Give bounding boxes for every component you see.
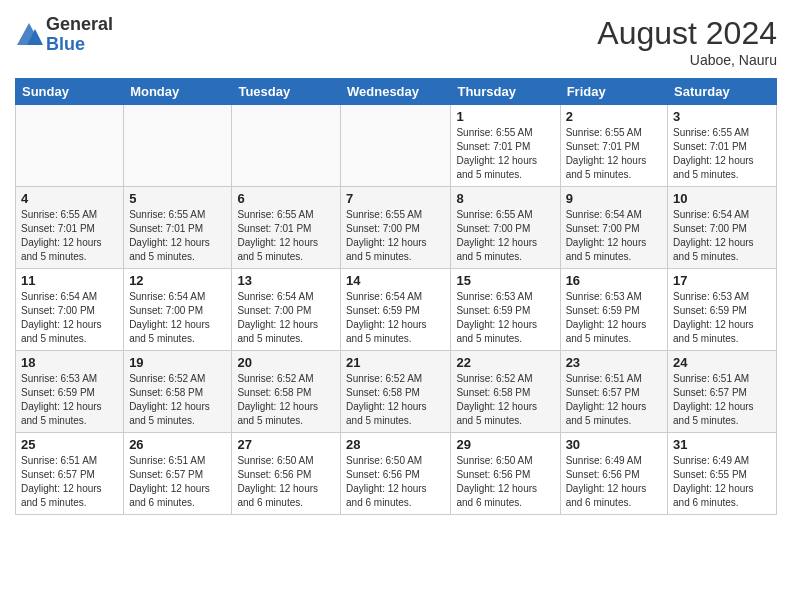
calendar-header-row: SundayMondayTuesdayWednesdayThursdayFrid…: [16, 79, 777, 105]
day-number: 17: [673, 273, 771, 288]
calendar-cell: 7Sunrise: 6:55 AM Sunset: 7:00 PM Daylig…: [341, 187, 451, 269]
calendar-cell: 26Sunrise: 6:51 AM Sunset: 6:57 PM Dayli…: [124, 433, 232, 515]
logo-general: General: [46, 15, 113, 35]
day-info: Sunrise: 6:55 AM Sunset: 7:00 PM Dayligh…: [346, 208, 445, 264]
day-number: 18: [21, 355, 118, 370]
day-info: Sunrise: 6:53 AM Sunset: 6:59 PM Dayligh…: [456, 290, 554, 346]
day-number: 22: [456, 355, 554, 370]
day-info: Sunrise: 6:49 AM Sunset: 6:56 PM Dayligh…: [566, 454, 662, 510]
calendar-cell: 24Sunrise: 6:51 AM Sunset: 6:57 PM Dayli…: [668, 351, 777, 433]
col-header-saturday: Saturday: [668, 79, 777, 105]
calendar-cell: 28Sunrise: 6:50 AM Sunset: 6:56 PM Dayli…: [341, 433, 451, 515]
day-info: Sunrise: 6:51 AM Sunset: 6:57 PM Dayligh…: [21, 454, 118, 510]
page-header: General Blue August 2024 Uaboe, Nauru: [15, 15, 777, 68]
calendar-cell: 10Sunrise: 6:54 AM Sunset: 7:00 PM Dayli…: [668, 187, 777, 269]
day-number: 24: [673, 355, 771, 370]
logo-text: General Blue: [46, 15, 113, 55]
calendar-week-row: 25Sunrise: 6:51 AM Sunset: 6:57 PM Dayli…: [16, 433, 777, 515]
calendar-cell: 4Sunrise: 6:55 AM Sunset: 7:01 PM Daylig…: [16, 187, 124, 269]
calendar-cell: 13Sunrise: 6:54 AM Sunset: 7:00 PM Dayli…: [232, 269, 341, 351]
logo-icon: [15, 21, 43, 49]
col-header-tuesday: Tuesday: [232, 79, 341, 105]
col-header-friday: Friday: [560, 79, 667, 105]
day-info: Sunrise: 6:54 AM Sunset: 6:59 PM Dayligh…: [346, 290, 445, 346]
calendar-cell: 19Sunrise: 6:52 AM Sunset: 6:58 PM Dayli…: [124, 351, 232, 433]
day-number: 4: [21, 191, 118, 206]
day-info: Sunrise: 6:55 AM Sunset: 7:01 PM Dayligh…: [456, 126, 554, 182]
col-header-thursday: Thursday: [451, 79, 560, 105]
day-number: 21: [346, 355, 445, 370]
logo-blue: Blue: [46, 35, 113, 55]
calendar-cell: 23Sunrise: 6:51 AM Sunset: 6:57 PM Dayli…: [560, 351, 667, 433]
day-info: Sunrise: 6:51 AM Sunset: 6:57 PM Dayligh…: [673, 372, 771, 428]
day-info: Sunrise: 6:50 AM Sunset: 6:56 PM Dayligh…: [346, 454, 445, 510]
day-info: Sunrise: 6:55 AM Sunset: 7:01 PM Dayligh…: [237, 208, 335, 264]
day-number: 28: [346, 437, 445, 452]
day-number: 2: [566, 109, 662, 124]
day-info: Sunrise: 6:52 AM Sunset: 6:58 PM Dayligh…: [456, 372, 554, 428]
calendar-cell: [232, 105, 341, 187]
day-number: 8: [456, 191, 554, 206]
col-header-sunday: Sunday: [16, 79, 124, 105]
calendar-cell: 30Sunrise: 6:49 AM Sunset: 6:56 PM Dayli…: [560, 433, 667, 515]
calendar-cell: 31Sunrise: 6:49 AM Sunset: 6:55 PM Dayli…: [668, 433, 777, 515]
col-header-monday: Monday: [124, 79, 232, 105]
calendar-cell: 16Sunrise: 6:53 AM Sunset: 6:59 PM Dayli…: [560, 269, 667, 351]
calendar-cell: 18Sunrise: 6:53 AM Sunset: 6:59 PM Dayli…: [16, 351, 124, 433]
day-number: 3: [673, 109, 771, 124]
calendar-cell: 3Sunrise: 6:55 AM Sunset: 7:01 PM Daylig…: [668, 105, 777, 187]
calendar-cell: 5Sunrise: 6:55 AM Sunset: 7:01 PM Daylig…: [124, 187, 232, 269]
day-number: 29: [456, 437, 554, 452]
day-number: 31: [673, 437, 771, 452]
day-info: Sunrise: 6:52 AM Sunset: 6:58 PM Dayligh…: [346, 372, 445, 428]
day-info: Sunrise: 6:51 AM Sunset: 6:57 PM Dayligh…: [129, 454, 226, 510]
day-info: Sunrise: 6:55 AM Sunset: 7:01 PM Dayligh…: [21, 208, 118, 264]
calendar-cell: [124, 105, 232, 187]
calendar-cell: 6Sunrise: 6:55 AM Sunset: 7:01 PM Daylig…: [232, 187, 341, 269]
calendar-week-row: 18Sunrise: 6:53 AM Sunset: 6:59 PM Dayli…: [16, 351, 777, 433]
day-number: 14: [346, 273, 445, 288]
day-number: 25: [21, 437, 118, 452]
day-info: Sunrise: 6:52 AM Sunset: 6:58 PM Dayligh…: [129, 372, 226, 428]
day-number: 20: [237, 355, 335, 370]
calendar-cell: 1Sunrise: 6:55 AM Sunset: 7:01 PM Daylig…: [451, 105, 560, 187]
day-number: 9: [566, 191, 662, 206]
logo: General Blue: [15, 15, 113, 55]
day-info: Sunrise: 6:50 AM Sunset: 6:56 PM Dayligh…: [237, 454, 335, 510]
day-number: 7: [346, 191, 445, 206]
title-block: August 2024 Uaboe, Nauru: [597, 15, 777, 68]
calendar-cell: 21Sunrise: 6:52 AM Sunset: 6:58 PM Dayli…: [341, 351, 451, 433]
calendar-week-row: 4Sunrise: 6:55 AM Sunset: 7:01 PM Daylig…: [16, 187, 777, 269]
day-info: Sunrise: 6:54 AM Sunset: 7:00 PM Dayligh…: [566, 208, 662, 264]
calendar-cell: 27Sunrise: 6:50 AM Sunset: 6:56 PM Dayli…: [232, 433, 341, 515]
day-info: Sunrise: 6:49 AM Sunset: 6:55 PM Dayligh…: [673, 454, 771, 510]
calendar-cell: 20Sunrise: 6:52 AM Sunset: 6:58 PM Dayli…: [232, 351, 341, 433]
calendar-week-row: 1Sunrise: 6:55 AM Sunset: 7:01 PM Daylig…: [16, 105, 777, 187]
day-info: Sunrise: 6:54 AM Sunset: 7:00 PM Dayligh…: [21, 290, 118, 346]
calendar-cell: 15Sunrise: 6:53 AM Sunset: 6:59 PM Dayli…: [451, 269, 560, 351]
day-info: Sunrise: 6:53 AM Sunset: 6:59 PM Dayligh…: [673, 290, 771, 346]
day-info: Sunrise: 6:50 AM Sunset: 6:56 PM Dayligh…: [456, 454, 554, 510]
calendar-cell: 9Sunrise: 6:54 AM Sunset: 7:00 PM Daylig…: [560, 187, 667, 269]
calendar-table: SundayMondayTuesdayWednesdayThursdayFrid…: [15, 78, 777, 515]
calendar-cell: 12Sunrise: 6:54 AM Sunset: 7:00 PM Dayli…: [124, 269, 232, 351]
day-number: 30: [566, 437, 662, 452]
day-info: Sunrise: 6:51 AM Sunset: 6:57 PM Dayligh…: [566, 372, 662, 428]
day-info: Sunrise: 6:55 AM Sunset: 7:01 PM Dayligh…: [129, 208, 226, 264]
calendar-cell: 2Sunrise: 6:55 AM Sunset: 7:01 PM Daylig…: [560, 105, 667, 187]
month-year: August 2024: [597, 15, 777, 52]
day-info: Sunrise: 6:55 AM Sunset: 7:01 PM Dayligh…: [673, 126, 771, 182]
day-info: Sunrise: 6:55 AM Sunset: 7:00 PM Dayligh…: [456, 208, 554, 264]
day-number: 16: [566, 273, 662, 288]
calendar-cell: [341, 105, 451, 187]
calendar-cell: 25Sunrise: 6:51 AM Sunset: 6:57 PM Dayli…: [16, 433, 124, 515]
day-info: Sunrise: 6:53 AM Sunset: 6:59 PM Dayligh…: [21, 372, 118, 428]
day-info: Sunrise: 6:54 AM Sunset: 7:00 PM Dayligh…: [237, 290, 335, 346]
day-number: 11: [21, 273, 118, 288]
calendar-week-row: 11Sunrise: 6:54 AM Sunset: 7:00 PM Dayli…: [16, 269, 777, 351]
calendar-cell: 29Sunrise: 6:50 AM Sunset: 6:56 PM Dayli…: [451, 433, 560, 515]
day-number: 15: [456, 273, 554, 288]
calendar-cell: 8Sunrise: 6:55 AM Sunset: 7:00 PM Daylig…: [451, 187, 560, 269]
col-header-wednesday: Wednesday: [341, 79, 451, 105]
calendar-cell: [16, 105, 124, 187]
